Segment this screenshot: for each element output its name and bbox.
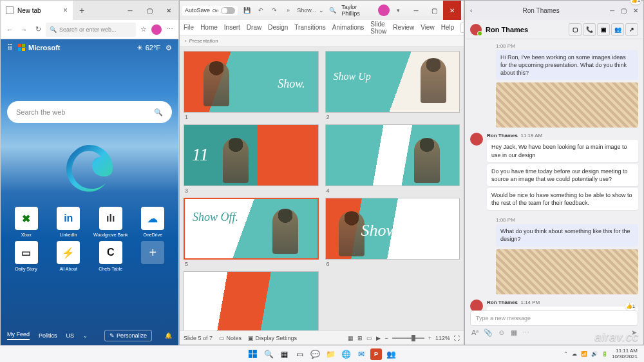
image-attachment[interactable] [496,249,638,294]
ribbon-options-icon[interactable]: ▾ [393,5,403,15]
ribbon-tab-slide-show[interactable]: Slide Show [370,21,386,35]
battery-icon[interactable]: 🔋 [601,351,608,357]
account-button[interactable]: Taylor Phillips [341,4,389,17]
nav-politics[interactable]: Politics [39,332,57,339]
minimize-icon[interactable]: ─ [610,7,614,14]
close-icon[interactable]: ✕ [633,7,638,14]
minimize-icon[interactable]: ─ [120,1,140,20]
volume-icon[interactable]: 🔊 [591,351,598,357]
zoom-slider[interactable] [392,338,424,339]
ribbon-tab-design[interactable]: Design [268,24,288,31]
outlook-icon[interactable]: ✉ [355,348,368,361]
quick-link-OneDrive[interactable]: ☁OneDrive [134,207,173,237]
sorter-view-icon[interactable]: ⊞ [357,335,363,341]
chevron-up-icon[interactable]: ⌃ [564,351,568,357]
zoom-out-icon[interactable]: − [384,335,388,341]
quick-link-Chefs Table[interactable]: CChefs Table [91,241,130,271]
quick-link-add[interactable]: + [134,241,173,271]
fit-icon[interactable]: ⛶ [454,335,460,341]
minimize-icon[interactable]: ─ [407,1,425,20]
onedrive-tray-icon[interactable]: ☁ [572,351,577,357]
undo-icon[interactable]: ↶ [256,5,265,15]
slide-thumb-4[interactable]: 4 [325,124,460,194]
close-tab-icon[interactable]: × [63,6,68,15]
task-view-icon[interactable]: ▦ [278,348,290,361]
quick-link-LinkedIn[interactable]: inLinkedIn [50,207,88,237]
message-outgoing[interactable]: 1:08 PMHi Ron, I've been working on some… [496,43,638,128]
quick-link-Woodgrove Bank[interactable]: ılıWoodgrove Bank [91,207,130,237]
search-icon[interactable]: 🔍 [262,348,275,361]
slide-thumb-7[interactable]: 7 [184,271,319,332]
chat-icon[interactable]: 💬 [308,348,321,361]
search-submit-icon[interactable]: 🔍 [154,108,163,117]
ribbon-tab-transitions[interactable]: Transitions [294,24,326,31]
slide-thumb-5[interactable]: Show Off.5 [184,198,319,267]
back-icon[interactable]: ← [3,23,16,36]
slide-thumb-3[interactable]: 113 [184,124,319,194]
add-people-icon[interactable]: 👥 [611,23,624,36]
maximize-icon[interactable]: ▢ [140,1,159,20]
notes-button[interactable]: ▭ Notes [219,335,242,341]
app-launcher-icon[interactable]: ⠿ [7,43,13,52]
slide-counter[interactable]: Slide 5 of 7 [184,335,213,341]
screen-share-icon[interactable]: ▣ [597,23,610,36]
display-settings-button[interactable]: ▣ Display Settings [248,335,297,341]
new-tab-button[interactable]: + [73,5,91,15]
slide-thumb-1[interactable]: Show.1 [184,51,319,120]
popout-icon[interactable]: ↗ [625,23,638,36]
ribbon-tab-view[interactable]: View [421,24,435,31]
address-bar[interactable]: 🔍 Search or enter web... [46,23,136,37]
ribbon-tab-draw[interactable]: Draw [247,24,261,31]
more-icon[interactable]: ⋯ [522,329,529,337]
ribbon-tab-file[interactable]: File [184,24,194,31]
weather-widget[interactable]: ☀ 62°F [137,44,160,52]
slideshow-view-icon[interactable]: ▶ [376,335,381,341]
notifications-icon[interactable]: 🔔 [165,332,172,339]
ribbon-tab-help[interactable]: Help [441,24,455,31]
format-icon[interactable]: Aᵃ [471,329,478,337]
edge-taskbar-icon[interactable]: 🌐 [339,348,352,361]
refresh-icon[interactable]: ↻ [32,23,44,36]
favorites-icon[interactable]: ☆ [137,23,150,36]
nav-us[interactable]: US [66,332,75,339]
browser-tab[interactable]: New tab × [1,1,73,20]
chat-name[interactable]: Ron Thames [486,26,528,33]
zoom-level[interactable]: 112% [435,335,450,341]
teams-taskbar-icon[interactable]: 👥 [384,348,397,361]
widgets-icon[interactable]: ▭ [293,348,306,361]
quick-link-Daily Story[interactable]: ▭Daily Story [7,241,46,271]
close-icon[interactable]: ✕ [443,1,461,20]
menu-icon[interactable]: ⋯ [163,23,176,36]
overflow-icon[interactable]: » [283,5,293,15]
ribbon-tab-home[interactable]: Home [200,24,218,31]
powerpoint-taskbar-icon[interactable]: P [370,348,382,360]
close-icon[interactable]: ✕ [159,1,178,20]
reading-view-icon[interactable]: ▭ [366,335,372,341]
slide-thumb-6[interactable]: Show.6 [325,198,460,267]
maximize-icon[interactable]: ▢ [621,7,627,14]
gif-icon[interactable]: ▦ [511,329,517,337]
image-attachment[interactable] [496,82,638,128]
message-input[interactable]: Type a new message [470,310,638,326]
explorer-icon[interactable]: 📁 [324,348,337,361]
gear-icon[interactable]: ⚙ [166,44,172,52]
emoji-icon[interactable]: ☺ [498,329,505,337]
save-icon[interactable]: 💾 [242,5,251,15]
nav-my-feed[interactable]: My Feed [7,331,30,340]
quick-link-All About[interactable]: ⚡All About [50,241,88,271]
start-icon[interactable] [247,348,260,361]
audio-call-icon[interactable]: 📞 [583,23,596,36]
document-title[interactable]: Show... ⌄ [297,7,324,14]
message-outgoing[interactable]: 1:08 PMWhat do you think about something… [496,217,638,294]
personalize-button[interactable]: ✎ Personalize [104,330,152,341]
slide-thumb-2[interactable]: Show Up2 [325,51,460,120]
maximize-icon[interactable]: ▢ [425,1,443,20]
ribbon-tab-review[interactable]: Review [393,24,414,31]
back-arrow-icon[interactable]: ‹ [185,38,187,44]
chat-messages[interactable]: 1:08 PMHi Ron, I've been working on some… [465,39,643,323]
clock[interactable]: 11:11 AM 10/30/2021 [612,348,638,360]
video-call-icon[interactable]: ▢ [569,23,582,36]
search-input[interactable]: Search the web 🔍 [7,101,172,123]
redo-icon[interactable]: ↷ [269,5,279,15]
ribbon-tab-animations[interactable]: Animations [332,24,364,31]
